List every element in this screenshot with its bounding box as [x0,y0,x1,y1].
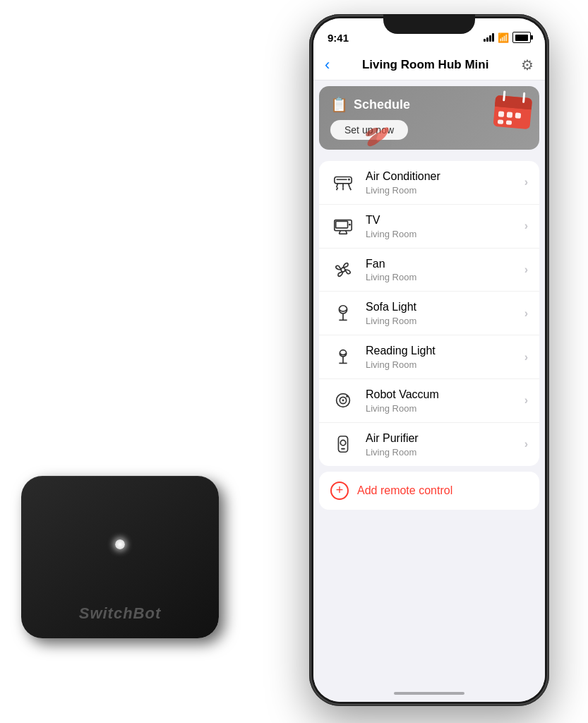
svg-line-12 [524,93,524,102]
fan-chevron: › [524,263,528,276]
purifier-name: Air Purifier [366,431,524,446]
signal-icon [484,33,494,42]
home-indicator [394,692,464,695]
device-item-sofalight[interactable]: Sofa Light Living Room › [319,292,539,335]
vacuum-info: Robot Vaccum Living Room [366,388,524,414]
settings-icon[interactable]: ⚙ [521,56,534,73]
status-time: 9:41 [328,32,349,44]
svg-point-29 [339,306,347,313]
svg-point-37 [342,400,344,402]
fan-info: Fan Living Room [366,257,524,283]
wifi-icon: 📶 [498,32,509,43]
svg-rect-9 [498,119,503,124]
purifier-info: Air Purifier Living Room [366,431,524,458]
svg-line-21 [349,188,351,191]
ac-info: Air Conditioner Living Room [366,169,524,196]
device-item-vacuum[interactable]: Robot Vaccum Living Room › [319,379,539,423]
readinglight-info: Reading Light Living Room [366,344,524,370]
readinglight-name: Reading Light [366,344,524,359]
add-remote-label: Add remote control [357,484,452,497]
page-title: Living Room Hub Mini [362,58,488,72]
phone-frame: 9:41 📶 ‹ Li [309,14,549,706]
ac-name: Air Conditioner [366,169,524,184]
ac-icon [330,169,356,195]
device-led [115,539,125,549]
add-remote-section: + Add remote control [319,472,539,510]
calendar-decoration [489,88,536,142]
schedule-banner: 📋 Schedule Set up now [319,86,539,150]
device-item-ac[interactable]: Air Conditioner Living Room › [319,161,539,205]
readinglight-icon [330,345,356,370]
leaf-decoration [361,107,404,150]
tv-room: Living Room [366,229,524,239]
svg-rect-7 [507,112,513,118]
vacuum-name: Robot Vaccum [366,388,524,402]
purifier-room: Living Room [366,447,524,458]
fan-room: Living Room [366,272,524,282]
status-icons: 📶 [484,32,531,43]
svg-line-19 [337,188,338,191]
svg-point-32 [340,349,346,356]
device-item-readinglight[interactable]: Reading Light Living Room › [319,335,539,379]
svg-point-18 [348,179,350,181]
device-item-fan[interactable]: Fan Living Room › [319,249,539,292]
purifier-icon [330,431,356,457]
devices-section: Air Conditioner Living Room › [319,161,539,466]
readinglight-room: Living Room [366,359,524,370]
svg-rect-26 [336,222,348,228]
switchbot-device: SwitchBot [21,476,219,638]
scene: SwitchBot 9:41 📶 [0,0,588,723]
add-icon: + [330,482,349,500]
svg-line-11 [504,92,505,100]
tv-name: TV [366,213,524,228]
sofalight-room: Living Room [366,316,524,326]
sofalight-icon [330,301,356,326]
battery-icon [512,32,531,43]
vacuum-chevron: › [524,394,528,407]
devices-list: Air Conditioner Living Room › [313,155,545,702]
purifier-chevron: › [524,438,528,450]
schedule-icon: 📋 [330,96,348,113]
svg-point-38 [346,395,348,398]
svg-point-27 [349,224,351,226]
svg-rect-39 [338,436,347,453]
device-item-tv[interactable]: TV Living Room › [319,205,539,249]
back-button[interactable]: ‹ [325,56,330,74]
fan-icon [330,257,356,282]
device-brand-label: SwitchBot [79,604,162,623]
svg-point-40 [340,441,346,446]
device-item-purifier[interactable]: Air Purifier Living Room › [319,423,539,466]
phone-screen: 9:41 📶 ‹ Li [313,18,545,702]
tv-info: TV Living Room [366,213,524,239]
svg-rect-6 [498,111,505,117]
svg-rect-10 [506,120,512,125]
tv-icon [330,213,356,239]
readinglight-chevron: › [524,351,528,364]
vacuum-room: Living Room [366,403,524,414]
svg-rect-8 [515,112,522,119]
nav-bar: ‹ Living Room Hub Mini ⚙ [313,49,545,80]
vacuum-icon [330,388,356,413]
fan-name: Fan [366,257,524,272]
tv-chevron: › [524,220,528,232]
ac-chevron: › [524,176,528,189]
sofalight-chevron: › [524,307,528,320]
add-remote-button[interactable]: + Add remote control [319,472,539,510]
sofalight-info: Sofa Light Living Room [366,300,524,326]
phone-notch [383,14,475,34]
ac-room: Living Room [366,185,524,196]
sofalight-name: Sofa Light [366,300,524,315]
